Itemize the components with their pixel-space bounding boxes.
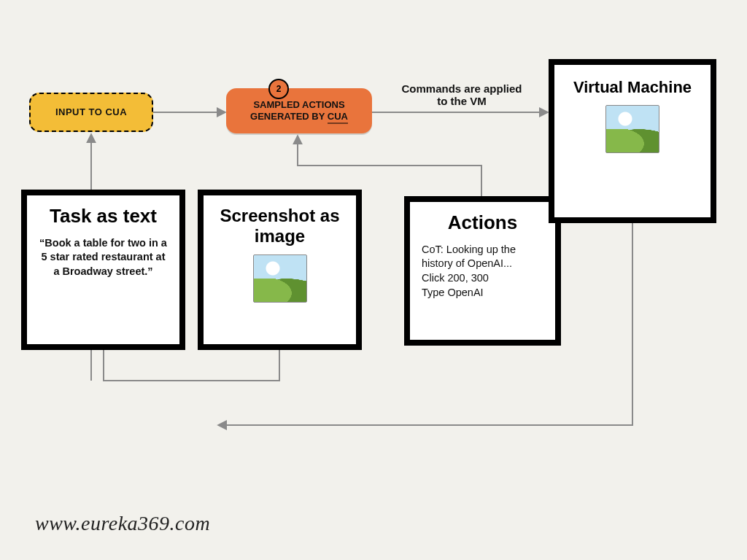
box-title: Task as text (39, 206, 168, 228)
box-body: CoT: Looking up the history of OpenAI...… (422, 243, 543, 300)
node-input-to-cua: INPUT TO CUA (29, 93, 153, 132)
step-badge: 2 (268, 79, 289, 99)
node-label: SAMPLED ACTIONS GENERATED BY CUA (250, 99, 348, 123)
box-title: Virtual Machine (566, 78, 699, 96)
image-placeholder-icon (253, 254, 307, 303)
box-title: Screenshot as image (215, 206, 344, 246)
image-placeholder-icon (605, 105, 659, 153)
box-title: Actions (422, 212, 543, 234)
box-actions: Actions CoT: Looking up the history of O… (404, 196, 561, 346)
box-body: “Book a table for two in a 5 star rated … (39, 236, 168, 279)
box-task-as-text: Task as text “Book a table for two in a … (21, 190, 185, 350)
box-virtual-machine: Virtual Machine (549, 59, 716, 223)
footer-url: www.eureka369.com (35, 512, 210, 535)
node-label: INPUT TO CUA (55, 106, 127, 118)
box-screenshot-as-image: Screenshot as image (198, 190, 362, 350)
arrow-annotation: Commands are applied to the VM (385, 82, 538, 107)
diagram-canvas: INPUT TO CUA SAMPLED ACTIONS GENERATED B… (0, 0, 747, 560)
node-sampled-actions: SAMPLED ACTIONS GENERATED BY CUA (226, 88, 372, 133)
